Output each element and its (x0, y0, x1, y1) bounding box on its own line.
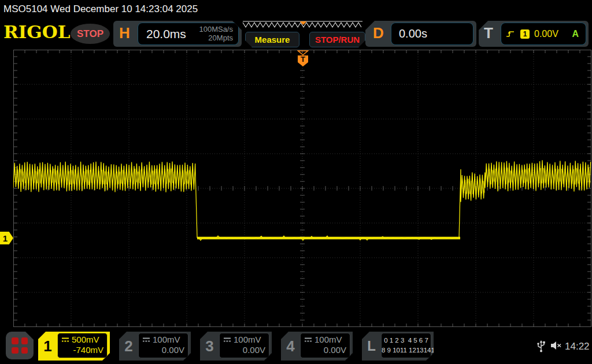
stop-run-button[interactable]: STOP/RUN (309, 32, 365, 47)
channel-2-number: 2 (119, 332, 138, 361)
sample-rate: 100MSa/s (199, 25, 233, 34)
trigger-level-value: 0.00V (534, 29, 558, 39)
channel-2-box[interactable]: 2 100mV 0.00V (119, 332, 191, 361)
dc-coupling-icon (223, 337, 231, 343)
memory-depth: 20Mpts (208, 34, 233, 42)
waveform-preview-bar[interactable] (242, 21, 365, 29)
channel-4-number: 4 (281, 332, 300, 361)
channel-4-box[interactable]: 4 100mV 0.00V (281, 332, 353, 361)
channel-3-offset: 0.00V (223, 345, 265, 355)
channel-3-number: 3 (200, 332, 219, 361)
status-clock: 14:22 (565, 341, 590, 352)
horizontal-settings-group[interactable]: H 20.0ms 100MSa/s 20Mpts (113, 21, 242, 47)
logic-channels-row1: 0 1 2 3 4 5 6 7 (382, 336, 431, 346)
rigol-logo: RIGOL (3, 23, 71, 42)
logic-channels-box[interactable]: L 0 1 2 3 4 5 6 7 8 9 1011 12131415 (362, 332, 434, 361)
trigger-source-badge: 1 (520, 29, 530, 39)
dc-coupling-icon (304, 337, 312, 343)
dc-coupling-icon (142, 337, 150, 343)
channel-2-offset: 0.00V (142, 345, 184, 355)
horizontal-label: H (119, 24, 130, 42)
acquisition-info: 100MSa/s 20Mpts (199, 25, 233, 43)
channel-3-scale: 100mV (234, 335, 261, 344)
logic-channels-row2: 8 9 1011 12131415 (382, 346, 431, 355)
delay-settings-group[interactable]: D 0.00s (365, 21, 476, 47)
channel-1-box[interactable]: 1 500mV -740mV (38, 332, 110, 361)
delay-value: 0.00s (399, 27, 427, 40)
ch1-waveform-trace (13, 50, 591, 327)
trigger-label: T (484, 24, 493, 42)
channel-1-scale: 500mV (72, 335, 99, 344)
graticule-area (13, 50, 591, 327)
measure-button[interactable]: Measure (245, 32, 299, 47)
ch1-ground-level-marker[interactable]: 1 (0, 232, 13, 244)
trigger-sweep-mode: A (572, 29, 579, 39)
dc-coupling-icon (61, 337, 69, 343)
trigger-position-triangle-icon[interactable] (297, 50, 309, 55)
channel-4-offset: 0.00V (304, 345, 346, 355)
usb-icon (536, 339, 546, 353)
speaker-muted-icon[interactable] (550, 340, 563, 351)
run-state-indicator[interactable]: STOP (71, 24, 110, 44)
channel-4-scale: 100mV (314, 335, 342, 344)
channel-3-box[interactable]: 3 100mV 0.00V (200, 332, 272, 361)
delay-label: D (373, 24, 384, 42)
channel-2-scale: 100mV (153, 335, 180, 344)
timebase-value: 20.0ms (146, 27, 186, 41)
rising-edge-icon (506, 29, 515, 38)
channel-1-offset: -740mV (61, 345, 103, 355)
menu-button[interactable] (6, 332, 34, 359)
trigger-settings-group[interactable]: T 1 0.00V A (479, 21, 589, 47)
preview-zigzag-icon (242, 21, 365, 29)
menu-grid-icon (12, 337, 18, 344)
titlebar-model-datetime: MSO5104 Wed December 10 14:23:04 2025 (3, 3, 198, 15)
channel-1-number: 1 (38, 332, 57, 361)
logic-label: L (362, 332, 381, 361)
